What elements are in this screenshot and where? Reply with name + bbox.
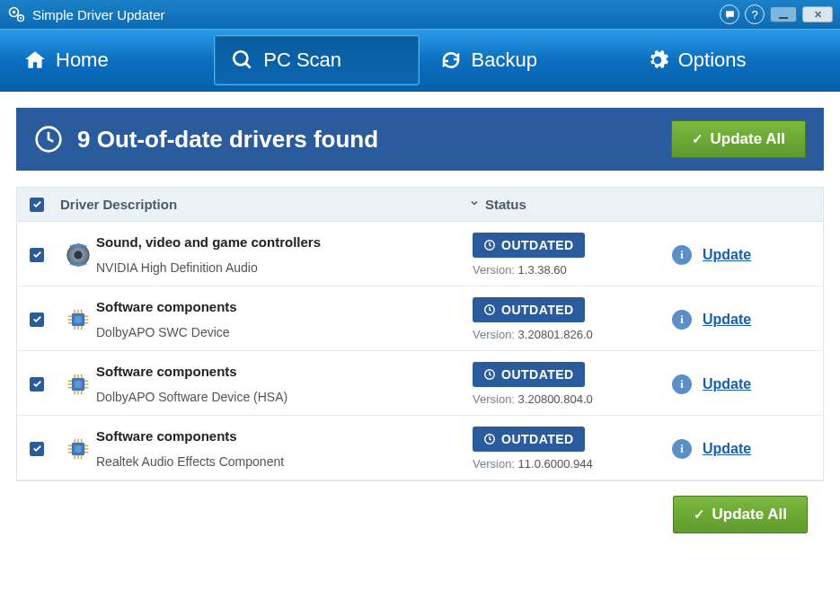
help-button[interactable]: ? [745,4,765,24]
device-icon [65,242,92,268]
update-link[interactable]: Update [703,376,751,392]
driver-device: Realtek Audio Effects Component [96,454,464,469]
header-description[interactable]: Driver Description [60,197,177,212]
driver-device: DolbyAPO SWC Device [96,325,464,339]
status-badge: OUTDATED [473,297,585,322]
app-icon [7,5,25,23]
info-icon[interactable]: i [672,245,692,265]
device-icon [65,306,92,333]
driver-row: Software components DolbyAPO Software De… [17,351,823,416]
svg-point-4 [234,51,248,65]
check-icon: ✓ [694,506,705,523]
svg-rect-41 [75,445,82,453]
clock-icon [483,304,496,316]
driver-row: Software components DolbyAPO SWC Device … [17,286,823,351]
status-text: OUTDATED [501,303,574,317]
status-badge: OUTDATED [473,233,585,258]
status-banner: 9 Out-of-date drivers found ✓ Update All [16,108,824,171]
svg-point-3 [20,17,22,19]
footer: ✓ Update All [16,481,824,533]
version-number: 1.3.38.60 [518,263,567,277]
nav-options[interactable]: Options [630,35,833,85]
version-label: Version: [473,392,518,406]
status-badge: OUTDATED [473,427,585,452]
svg-line-5 [246,63,251,67]
device-icon [65,371,92,398]
nav-backup[interactable]: Backup [423,35,626,85]
row-checkbox[interactable] [30,312,44,327]
nav-options-label: Options [678,48,747,72]
svg-point-1 [13,11,15,13]
version-number: 3.20800.804.0 [518,392,593,406]
clock-icon [34,125,63,154]
nav-pcscan[interactable]: PC Scan [214,35,419,85]
search-icon [231,48,254,72]
status-text: OUTDATED [501,238,574,252]
update-link[interactable]: Update [703,247,751,262]
version-label: Version: [473,457,518,471]
driver-device: DolbyAPO Software Device (HSA) [96,390,464,404]
select-all-checkbox[interactable] [30,198,44,212]
clock-icon [483,433,496,445]
banner-headline: 9 Out-of-date drivers found [77,126,671,154]
update-all-button-top[interactable]: ✓ Update All [671,120,806,158]
nav-backup-label: Backup [472,48,537,72]
info-icon[interactable]: i [672,310,692,330]
gear-icon [646,48,669,72]
titlebar: Simple Driver Updater ? ✕ [0,0,840,29]
driver-table: Driver Description Status Sound, video a… [16,187,824,481]
clock-icon [483,239,496,251]
status-text: OUTDATED [501,432,574,446]
home-icon [23,48,47,72]
update-link[interactable]: Update [703,312,751,327]
row-checkbox[interactable] [30,248,44,262]
header-status[interactable]: Status [485,197,526,212]
driver-row: Sound, video and game controllers NVIDIA… [17,222,823,286]
version-label: Version: [473,263,518,277]
nav-home-label: Home [56,48,109,72]
status-badge: OUTDATED [473,362,585,387]
navbar: Home PC Scan Backup Options [0,29,840,92]
row-checkbox[interactable] [30,442,44,456]
update-link[interactable]: Update [703,441,751,456]
driver-row: Software components Realtek Audio Effect… [17,416,823,480]
svg-rect-11 [75,316,82,323]
version-label: Version: [473,328,518,341]
minimize-button[interactable] [770,6,797,22]
chevron-down-icon [469,196,480,211]
driver-category: Sound, video and game controllers [96,234,464,250]
row-checkbox[interactable] [30,377,44,392]
driver-device: NVIDIA High Definition Audio [96,260,464,275]
clock-icon [483,368,496,381]
nav-home[interactable]: Home [7,35,210,85]
content: 9 Out-of-date drivers found ✓ Update All… [0,92,840,548]
status-text: OUTDATED [501,367,574,382]
driver-category: Software components [96,299,464,314]
info-icon[interactable]: i [672,374,692,394]
version-number: 11.0.6000.944 [518,457,593,471]
feedback-button[interactable] [720,4,739,24]
version-number: 3.20801.826.0 [518,328,593,341]
update-all-button-bottom[interactable]: ✓ Update All [673,496,808,533]
table-body: Sound, video and game controllers NVIDIA… [17,222,823,480]
table-header: Driver Description Status [17,188,823,222]
close-button[interactable]: ✕ [802,6,833,22]
info-icon[interactable]: i [672,439,692,459]
update-all-label: Update All [712,506,787,524]
driver-category: Software components [96,428,464,444]
update-all-label: Update All [711,130,785,148]
app-title: Simple Driver Updater [32,7,165,22]
device-icon [65,436,92,462]
svg-point-8 [74,251,82,259]
nav-pcscan-label: PC Scan [263,48,341,72]
refresh-icon [439,48,463,72]
driver-category: Software components [96,364,464,379]
check-icon: ✓ [692,131,703,147]
svg-rect-26 [75,381,82,388]
